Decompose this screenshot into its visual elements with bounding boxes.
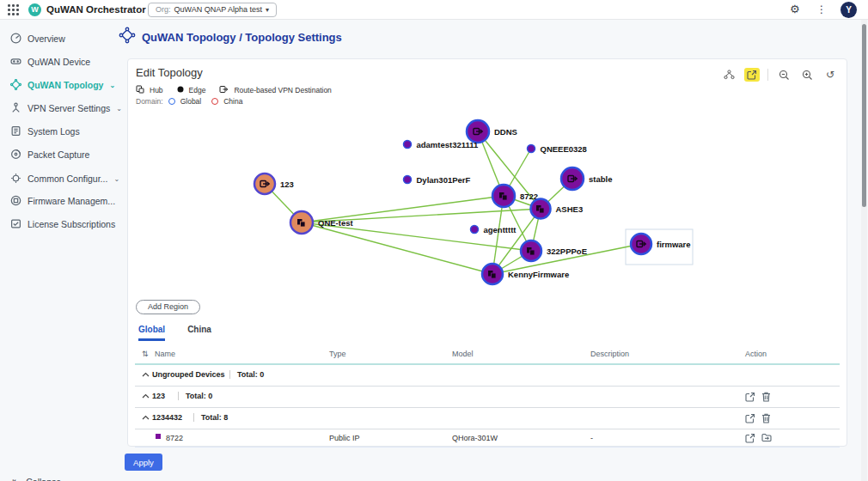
- chevron-down-icon: ⌄: [113, 175, 119, 183]
- topology-node-Dylan301PerF[interactable]: [404, 176, 412, 184]
- hub-node-icon: [301, 222, 306, 227]
- edge-legend-icon: [177, 86, 184, 94]
- topology-node-label: DDNS: [494, 127, 517, 137]
- move-to-group-icon[interactable]: [761, 433, 773, 444]
- edit-topology-panel: Edit Topology ↺ Hub Edge Route-based VPN…: [127, 58, 847, 447]
- topology-graph: 123QNE-testDDNSadamtest321111QNEEE0328Dy…: [128, 102, 848, 298]
- table-row-device-8722: 8722 Public IP QHora-301W -: [135, 430, 840, 448]
- sort-icon[interactable]: ⇅: [142, 350, 149, 358]
- org-value: QuWAN QNAP Alpha test: [174, 3, 263, 16]
- page-title: QuWAN Topology / Topology Settings: [142, 31, 342, 44]
- topology-edge: [302, 222, 492, 274]
- quwan-logo: W: [28, 3, 41, 16]
- overview-icon: [10, 33, 21, 46]
- edit-icon[interactable]: [745, 413, 756, 424]
- sidebar: Overview QuWAN Device QuWAN Topology ⌄ V…: [0, 20, 110, 481]
- app-title: QuWAN Orchestrator: [46, 4, 146, 15]
- sidebar-item-quwan-topology[interactable]: QuWAN Topology ⌄: [0, 74, 110, 96]
- device-status-square: [156, 434, 161, 439]
- edit-icon[interactable]: [745, 433, 756, 444]
- hub-legend-icon: [136, 85, 144, 95]
- topology-node-QNEEE0328[interactable]: [528, 145, 535, 153]
- chevron-down-icon: ▾: [266, 3, 269, 16]
- route-legend-icon: [219, 85, 229, 95]
- sidebar-item-packet-capture[interactable]: Packet Capture: [0, 143, 110, 166]
- org-prefix: Org:: [156, 3, 171, 16]
- sidebar-item-common-configuration[interactable]: Common Configur... ⌄: [0, 167, 110, 190]
- topology-node-label: 322PPPoE: [547, 247, 587, 256]
- settings-gear-icon[interactable]: ⚙: [790, 3, 800, 15]
- app-grid-icon[interactable]: [8, 4, 19, 15]
- hub-node-icon: [503, 195, 508, 200]
- sidebar-collapse-button[interactable]: ⇤ Collapse: [12, 476, 61, 481]
- topology-node-label: QNEEE0328: [541, 144, 587, 154]
- sidebar-item-system-logs[interactable]: System Logs: [0, 120, 110, 143]
- topology-node-label: agenttttt: [484, 225, 517, 234]
- toolbar-divider: [767, 69, 768, 81]
- table-row-ungrouped: Ungrouped Devices Total: 0: [135, 365, 840, 387]
- org-selector[interactable]: Org: QuWAN QNAP Alpha test ▾: [148, 3, 277, 17]
- top-bar: W QuWAN Orchestrator Org: QuWAN QNAP Alp…: [0, 0, 868, 20]
- reset-view-icon[interactable]: ↺: [822, 68, 838, 82]
- collapse-arrow-icon: ⇤: [12, 476, 20, 481]
- topology-node-adamtest321111[interactable]: [404, 141, 412, 149]
- user-avatar[interactable]: Y: [840, 2, 857, 18]
- breadcrumb: QuWAN Topology / Topology Settings: [119, 27, 342, 47]
- topology-node-label: stable: [589, 174, 612, 184]
- topology-node-label: Dylan301PerF: [417, 175, 471, 185]
- topology-page-icon: [119, 27, 136, 47]
- tab-global[interactable]: Global: [138, 325, 165, 341]
- delete-icon[interactable]: [761, 392, 773, 403]
- topology-legend: Hub Edge Route-based VPN Destination: [136, 85, 332, 95]
- edit-mode-icon[interactable]: [744, 68, 760, 82]
- topology-node-label: ASHE3: [556, 204, 584, 214]
- hub-node-icon: [540, 208, 545, 213]
- table-row-group-123: 123 Total: 0: [135, 387, 840, 408]
- table-row-group-1234432: 1234432 Total: 8: [135, 408, 840, 429]
- hub-node-icon: [492, 273, 497, 278]
- panel-title: Edit Topology: [136, 66, 203, 79]
- edit-icon[interactable]: [745, 392, 756, 403]
- sidebar-item-overview[interactable]: Overview: [0, 27, 110, 50]
- tab-china[interactable]: China: [187, 325, 211, 341]
- packet-capture-icon: [10, 149, 21, 161]
- chevron-up-icon[interactable]: [142, 370, 150, 379]
- sidebar-item-quwan-device[interactable]: QuWAN Device: [0, 51, 110, 73]
- chevron-down-icon: ⌄: [116, 105, 122, 113]
- hierarchy-view-icon[interactable]: [721, 68, 737, 82]
- topology-node-agenttttt[interactable]: [471, 226, 479, 234]
- vpn-icon: [10, 102, 21, 115]
- topology-icon: [10, 79, 21, 92]
- topology-node-label: QNE-test: [318, 218, 353, 228]
- chevron-down-icon: ⌄: [109, 82, 115, 89]
- table-header: ⇅ Name Type Model Description Action: [135, 344, 840, 365]
- logs-icon: [10, 125, 21, 138]
- delete-icon[interactable]: [761, 413, 773, 424]
- scrollbar-thumb[interactable]: [862, 24, 866, 207]
- sidebar-item-firmware-management[interactable]: Firmware Managem...: [0, 190, 110, 212]
- firmware-icon: [10, 195, 21, 208]
- sidebar-item-license-subscriptions[interactable]: License Subscriptions: [0, 213, 110, 235]
- topology-node-label: KennyFirmware: [508, 270, 569, 279]
- kebab-menu-icon[interactable]: ⋮: [816, 3, 827, 15]
- topology-node-label: adamtest321111: [417, 140, 480, 149]
- device-icon: [10, 56, 21, 69]
- zoom-in-icon[interactable]: [799, 68, 815, 82]
- topology-node-label: 123: [280, 180, 294, 189]
- add-region-button[interactable]: Add Region: [136, 300, 200, 314]
- sidebar-item-vpn-server-settings[interactable]: VPN Server Settings ⌄: [0, 97, 110, 119]
- topology-node-label: firmware: [657, 240, 691, 249]
- zoom-out-icon[interactable]: [776, 68, 792, 82]
- region-tabs: Global China: [138, 325, 211, 341]
- hub-node-icon: [530, 250, 535, 255]
- topology-toolbar: ↺: [721, 68, 838, 82]
- chevron-up-icon[interactable]: [142, 413, 150, 422]
- chevron-up-icon[interactable]: [142, 392, 150, 400]
- license-icon: [10, 218, 21, 231]
- config-gear-icon: [10, 173, 21, 186]
- apply-button[interactable]: Apply: [125, 454, 162, 471]
